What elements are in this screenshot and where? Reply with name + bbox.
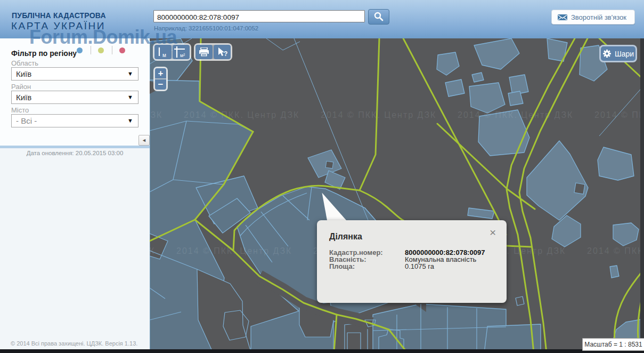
svg-text:2014 © ПКК. Центр ДЗК: 2014 © ПКК. Центр ДЗК: [587, 246, 644, 255]
svg-text:м: м: [162, 52, 166, 58]
svg-text:?: ?: [224, 50, 227, 58]
svg-text:2014 © ПКК. Центр ДЗК: 2014 © ПКК. Центр ДЗК: [458, 110, 573, 119]
svg-text:2014 © ПКК. Центр ДЗК: 2014 © ПКК. Центр ДЗК: [150, 246, 155, 255]
svg-text:м²: м²: [180, 53, 185, 58]
svg-text:2014 © ПКК. Центр ДЗК: 2014 © ПКК. Центр ДЗК: [594, 110, 644, 119]
svg-text:2014 © ПКК. Центр ДЗК: 2014 © ПКК. Центр ДЗК: [321, 110, 436, 119]
svg-text:2014 © ПКК. Центр ДЗК: 2014 © ПКК. Центр ДЗК: [150, 110, 162, 119]
svg-text:2014 © ПКК. Центр ДЗК: 2014 © ПКК. Центр ДЗК: [184, 110, 299, 119]
